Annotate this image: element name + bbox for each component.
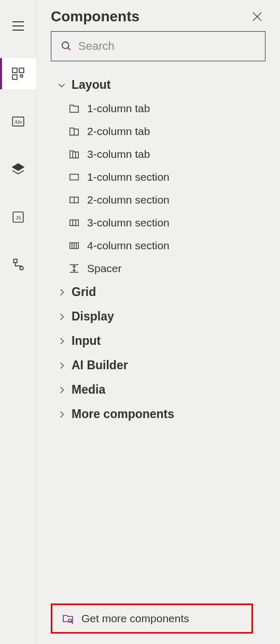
nav-flow[interactable]: [0, 249, 36, 280]
category-display[interactable]: Display: [36, 304, 280, 329]
category-more-components[interactable]: More components: [36, 402, 280, 426]
item-label: 4-column section: [87, 239, 170, 252]
close-button[interactable]: [249, 8, 265, 25]
svg-line-35: [72, 622, 73, 624]
get-more-label: Get more components: [81, 612, 189, 625]
category-label: Media: [72, 383, 105, 397]
item-label: 2-column tab: [87, 125, 150, 138]
chevron-right-icon: [57, 312, 66, 321]
item-label: 1-column tab: [87, 102, 150, 115]
category-grid[interactable]: Grid: [36, 280, 280, 304]
panel-footer: Get more components: [36, 603, 280, 644]
four-column-section-icon: [68, 240, 80, 251]
components-panel: Components Layout: [36, 0, 280, 644]
hamburger-menu-button[interactable]: [0, 10, 36, 42]
chevron-right-icon: [57, 288, 66, 297]
hamburger-icon: [11, 21, 25, 31]
one-column-tab-icon: [68, 103, 80, 114]
search-box[interactable]: [51, 31, 265, 61]
svg-point-16: [62, 42, 69, 49]
item-label: 1-column section: [87, 171, 170, 183]
search-container: [36, 25, 280, 66]
svg-text:Abc: Abc: [14, 119, 23, 125]
layers-icon: [11, 163, 25, 176]
item-label: 3-column tab: [87, 148, 150, 160]
item-label: 2-column section: [87, 194, 170, 206]
category-label: Layout: [72, 78, 110, 92]
svg-rect-6: [20, 75, 22, 77]
two-column-section-icon: [68, 194, 80, 206]
search-input[interactable]: [78, 39, 256, 53]
item-label: 3-column section: [87, 217, 170, 229]
svg-rect-5: [12, 75, 17, 79]
two-column-tab-icon: [68, 126, 80, 137]
chevron-right-icon: [57, 337, 66, 346]
panel-header: Components: [36, 0, 280, 25]
category-ai-builder[interactable]: AI Builder: [36, 353, 280, 378]
item-2-column-section[interactable]: 2-column section: [36, 189, 280, 211]
spacer-icon: [68, 263, 80, 274]
category-label: Input: [72, 334, 101, 348]
chevron-right-icon: [57, 361, 66, 370]
item-1-column-tab[interactable]: 1-column tab: [36, 97, 280, 120]
svg-rect-4: [19, 68, 24, 73]
three-column-tab-icon: [68, 149, 80, 160]
svg-rect-21: [70, 175, 79, 180]
item-1-column-section[interactable]: 1-column section: [36, 166, 280, 189]
item-4-column-section[interactable]: 4-column section: [36, 234, 280, 257]
left-nav-rail: Abc JS: [0, 0, 36, 644]
svg-rect-24: [70, 220, 79, 226]
search-icon: [61, 41, 72, 52]
svg-rect-12: [13, 259, 17, 263]
category-label: AI Builder: [72, 358, 128, 372]
three-column-section-icon: [68, 217, 80, 229]
item-3-column-section[interactable]: 3-column section: [36, 211, 280, 234]
panel-title: Components: [51, 8, 139, 25]
category-label: Grid: [72, 285, 96, 299]
get-more-components-button[interactable]: Get more components: [51, 603, 253, 634]
one-column-section-icon: [68, 171, 80, 183]
item-label: Spacer: [87, 262, 122, 275]
item-3-column-tab[interactable]: 3-column tab: [36, 143, 280, 166]
folder-search-icon: [62, 612, 74, 625]
components-tree: Layout 1-column tab 2-column tab 3-colum…: [36, 66, 280, 603]
category-label: More components: [72, 407, 174, 421]
nav-js[interactable]: JS: [0, 202, 36, 233]
svg-text:JS: JS: [16, 214, 21, 221]
close-icon: [252, 11, 262, 22]
item-2-column-tab[interactable]: 2-column tab: [36, 120, 280, 143]
svg-line-17: [68, 48, 71, 50]
svg-point-13: [20, 266, 23, 270]
category-layout[interactable]: Layout: [36, 73, 280, 97]
category-input[interactable]: Input: [36, 329, 280, 353]
nav-abc[interactable]: Abc: [0, 106, 36, 137]
category-label: Display: [72, 310, 114, 324]
components-icon: [11, 67, 25, 81]
script-icon: JS: [11, 210, 25, 224]
chevron-right-icon: [57, 385, 66, 395]
text-box-icon: Abc: [11, 115, 25, 128]
svg-rect-3: [12, 68, 17, 73]
svg-marker-9: [12, 164, 24, 170]
nav-components[interactable]: [0, 58, 36, 89]
nav-layers[interactable]: [0, 154, 36, 185]
item-spacer[interactable]: Spacer: [36, 257, 280, 280]
category-media[interactable]: Media: [36, 378, 280, 402]
chevron-down-icon: [57, 81, 66, 90]
chevron-right-icon: [57, 410, 66, 419]
flow-icon: [11, 258, 25, 272]
